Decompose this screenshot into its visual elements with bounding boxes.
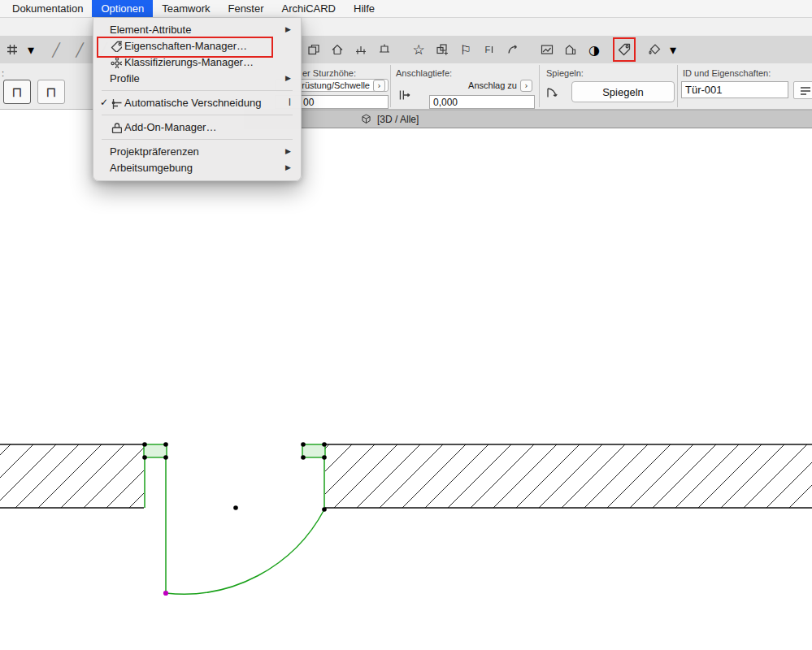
line-tool-icon[interactable]: ╱ — [46, 39, 66, 60]
menu-item-element-attribute[interactable]: Element-Attribute ▶ — [93, 21, 301, 37]
id-eigenschaften-label: ID und Eigenschaften: — [683, 68, 771, 78]
line-tool-icon[interactable]: ╱ — [70, 39, 89, 60]
menu-dokumentation[interactable]: Dokumentation — [3, 0, 92, 17]
addon-icon — [110, 121, 124, 133]
preview-label: : — [2, 68, 4, 78]
divider — [539, 65, 540, 107]
menu-item-arbeitsumgebung[interactable]: Arbeitsumgebung ▶ — [93, 159, 301, 176]
shadow-icon[interactable]: ◑ — [584, 39, 604, 60]
view-tab-bar[interactable]: [3D / Alle] — [244, 110, 812, 128]
checkmark-icon: ✓ — [100, 97, 110, 108]
favorites-star-icon[interactable]: ☆ — [409, 39, 428, 60]
menu-item-profile[interactable]: Profile ▶ — [93, 70, 301, 86]
list-edit-icon — [798, 84, 811, 97]
menu-hilfe[interactable]: Hilfe — [345, 0, 384, 17]
submenu-arrow-icon: ▶ — [285, 163, 291, 171]
editable-hotspot — [163, 591, 168, 596]
spiegeln-button[interactable]: Spiegeln — [571, 81, 675, 102]
exterior-dimension-icon[interactable] — [375, 39, 394, 60]
door-swing-arc — [166, 509, 324, 594]
menu-fenster[interactable]: Fenster — [219, 0, 272, 17]
menu-separator — [102, 90, 293, 91]
divider — [390, 65, 391, 107]
window-copy-icon[interactable] — [304, 39, 323, 60]
anschlagtiefe-label: Anschlagtiefe: — [396, 68, 452, 78]
door-preview-button-1[interactable]: ⊓ — [3, 80, 31, 104]
tag-icon[interactable] — [614, 39, 634, 60]
element-id-input[interactable] — [681, 81, 788, 98]
submenu-arrow-icon: ▶ — [285, 74, 291, 82]
anschlag-zu-dropdown[interactable]: Anschlag zu › — [457, 79, 535, 92]
anschlagtiefe-input[interactable] — [429, 95, 535, 109]
wall-left[interactable] — [0, 444, 144, 508]
divider — [677, 65, 678, 107]
curve-arrow-icon[interactable] — [503, 39, 523, 60]
flag-icon[interactable]: ⚐ — [456, 39, 475, 60]
intersection-icon — [110, 97, 124, 109]
axonometry-icon[interactable] — [561, 39, 580, 60]
chevron-down-icon[interactable]: ▾ — [26, 39, 36, 60]
anschlag-depth-icon — [396, 87, 414, 103]
paint-bucket-icon[interactable] — [645, 39, 664, 60]
menu-optionen[interactable]: Optionen — [92, 0, 153, 17]
menu-item-projektpraeferenzen[interactable]: Projektpräferenzen ▶ — [93, 143, 301, 159]
image-icon[interactable] — [537, 39, 557, 60]
mirror-door-icon — [543, 84, 561, 101]
tab-3d-alle[interactable]: [3D / Alle] — [377, 114, 419, 125]
door-symbol-icon: ⊓ — [11, 84, 22, 100]
wall-right[interactable] — [325, 444, 812, 508]
selection-hotspots[interactable] — [142, 442, 327, 596]
highlight-rectangle — [97, 37, 273, 58]
door-symbol-icon: ⊓ — [46, 84, 56, 100]
menu-separator — [102, 115, 293, 115]
submenu-arrow-icon: ▶ — [285, 25, 291, 33]
selected-door[interactable] — [144, 444, 325, 594]
menu-item-automatische-verschneidung[interactable]: ✓ Automatische Verschneidung I — [93, 94, 301, 110]
door-preview-button-2[interactable]: ⊓ — [37, 80, 65, 104]
chevron-right-icon[interactable]: › — [520, 80, 532, 92]
cube-3d-icon — [360, 113, 372, 125]
copy-plus-icon[interactable] — [432, 39, 452, 60]
submenu-arrow-icon: ▶ — [285, 147, 291, 155]
grid-icon[interactable] — [2, 39, 22, 60]
chevron-down-icon[interactable]: ▾ — [668, 39, 678, 60]
menu-item-addon-manager[interactable]: Add-On-Manager… — [93, 119, 301, 135]
dimension-icon[interactable] — [351, 39, 371, 60]
chevron-right-icon[interactable]: › — [373, 80, 385, 92]
menu-archicard[interactable]: ArchiCARD — [273, 0, 345, 17]
id-settings-button[interactable] — [793, 81, 812, 99]
sturzhoehe-label: er Sturzhöhe: — [302, 68, 356, 78]
spiegeln-label: Spiegeln: — [546, 68, 584, 78]
roof-icon[interactable] — [328, 39, 347, 60]
menu-teamwork[interactable]: Teamwork — [153, 0, 219, 17]
menu-bar: Dokumentation Optionen Teamwork Fenster … — [0, 0, 812, 18]
f-dimension-icon[interactable] — [480, 39, 499, 60]
shortcut-label: I — [289, 97, 291, 108]
menu-separator — [102, 139, 293, 140]
